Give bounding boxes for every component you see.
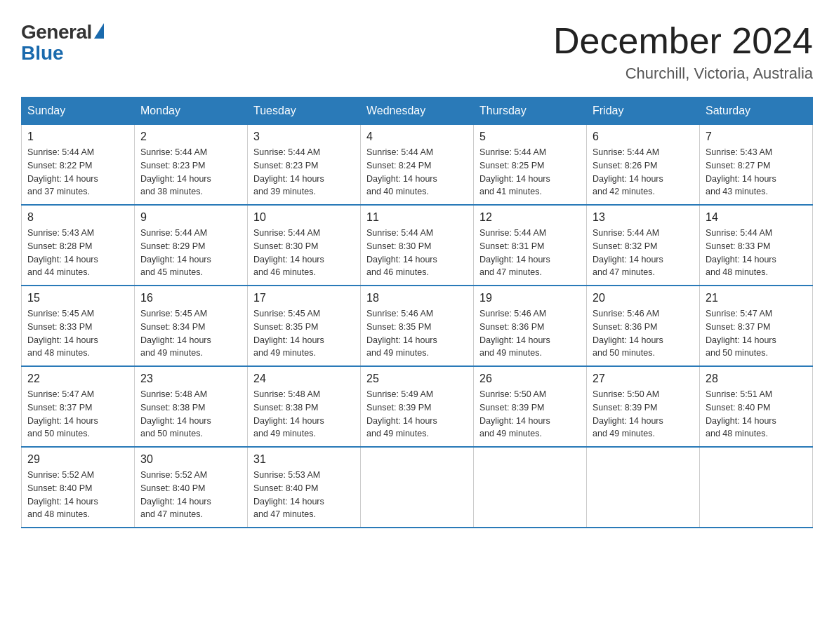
logo-general-text: General — [21, 21, 92, 43]
day-number: 20 — [593, 292, 694, 304]
calendar-cell — [587, 447, 700, 528]
day-number: 23 — [140, 373, 241, 385]
day-number: 7 — [706, 130, 807, 143]
day-number: 6 — [593, 130, 694, 143]
day-info: Sunrise: 5:45 AMSunset: 8:35 PMDaylight:… — [253, 309, 324, 358]
day-number: 12 — [479, 211, 581, 224]
day-info: Sunrise: 5:44 AMSunset: 8:30 PMDaylight:… — [366, 228, 437, 277]
day-info: Sunrise: 5:46 AMSunset: 8:36 PMDaylight:… — [593, 309, 663, 358]
day-info: Sunrise: 5:51 AMSunset: 8:40 PMDaylight:… — [706, 389, 776, 438]
calendar-cell: 4 Sunrise: 5:44 AMSunset: 8:24 PMDayligh… — [361, 125, 474, 206]
day-number: 11 — [366, 211, 468, 224]
day-info: Sunrise: 5:53 AMSunset: 8:40 PMDaylight:… — [253, 470, 324, 519]
calendar-cell: 23 Sunrise: 5:48 AMSunset: 8:38 PMDaylig… — [135, 366, 248, 447]
calendar-cell: 24 Sunrise: 5:48 AMSunset: 8:38 PMDaylig… — [248, 366, 361, 447]
day-number: 5 — [479, 130, 581, 143]
header-cell-wednesday: Wednesday — [361, 98, 474, 125]
calendar-cell: 10 Sunrise: 5:44 AMSunset: 8:30 PMDaylig… — [248, 205, 361, 286]
day-info: Sunrise: 5:44 AMSunset: 8:29 PMDaylight:… — [140, 228, 211, 277]
day-number: 24 — [253, 373, 355, 385]
day-number: 17 — [253, 292, 355, 304]
calendar-cell: 8 Sunrise: 5:43 AMSunset: 8:28 PMDayligh… — [22, 205, 135, 286]
calendar-row-5: 29 Sunrise: 5:52 AMSunset: 8:40 PMDaylig… — [22, 447, 813, 528]
title-section: December 2024 Churchill, Victoria, Austr… — [553, 21, 813, 83]
day-info: Sunrise: 5:44 AMSunset: 8:33 PMDaylight:… — [706, 228, 776, 277]
calendar-cell — [700, 447, 813, 528]
calendar-cell: 12 Sunrise: 5:44 AMSunset: 8:31 PMDaylig… — [474, 205, 587, 286]
calendar-cell: 14 Sunrise: 5:44 AMSunset: 8:33 PMDaylig… — [700, 205, 813, 286]
day-info: Sunrise: 5:44 AMSunset: 8:30 PMDaylight:… — [253, 228, 324, 277]
day-info: Sunrise: 5:49 AMSunset: 8:39 PMDaylight:… — [366, 389, 437, 438]
logo-triangle-icon — [94, 23, 104, 39]
calendar-cell: 27 Sunrise: 5:50 AMSunset: 8:39 PMDaylig… — [587, 366, 700, 447]
calendar-cell: 3 Sunrise: 5:44 AMSunset: 8:23 PMDayligh… — [248, 125, 361, 206]
calendar-cell: 17 Sunrise: 5:45 AMSunset: 8:35 PMDaylig… — [248, 286, 361, 366]
calendar-cell: 26 Sunrise: 5:50 AMSunset: 8:39 PMDaylig… — [474, 366, 587, 447]
day-number: 2 — [140, 130, 241, 143]
calendar-cell: 9 Sunrise: 5:44 AMSunset: 8:29 PMDayligh… — [135, 205, 248, 286]
calendar-cell: 20 Sunrise: 5:46 AMSunset: 8:36 PMDaylig… — [587, 286, 700, 366]
day-info: Sunrise: 5:44 AMSunset: 8:26 PMDaylight:… — [593, 147, 663, 196]
calendar-cell: 31 Sunrise: 5:53 AMSunset: 8:40 PMDaylig… — [248, 447, 361, 528]
day-number: 14 — [706, 211, 807, 224]
header-cell-saturday: Saturday — [700, 98, 813, 125]
calendar-cell: 16 Sunrise: 5:45 AMSunset: 8:34 PMDaylig… — [135, 286, 248, 366]
day-number: 28 — [706, 373, 807, 385]
day-info: Sunrise: 5:44 AMSunset: 8:22 PMDaylight:… — [27, 147, 98, 196]
day-number: 29 — [27, 453, 128, 466]
day-info: Sunrise: 5:43 AMSunset: 8:28 PMDaylight:… — [27, 228, 98, 277]
day-info: Sunrise: 5:48 AMSunset: 8:38 PMDaylight:… — [253, 389, 324, 438]
calendar-cell: 11 Sunrise: 5:44 AMSunset: 8:30 PMDaylig… — [361, 205, 474, 286]
calendar-row-2: 8 Sunrise: 5:43 AMSunset: 8:28 PMDayligh… — [22, 205, 813, 286]
header-row: SundayMondayTuesdayWednesdayThursdayFrid… — [22, 98, 813, 125]
calendar-cell: 28 Sunrise: 5:51 AMSunset: 8:40 PMDaylig… — [700, 366, 813, 447]
day-number: 26 — [479, 373, 581, 385]
day-number: 30 — [140, 453, 241, 466]
day-number: 1 — [27, 130, 128, 143]
day-info: Sunrise: 5:44 AMSunset: 8:23 PMDaylight:… — [140, 147, 211, 196]
day-number: 9 — [140, 211, 241, 224]
calendar-cell: 6 Sunrise: 5:44 AMSunset: 8:26 PMDayligh… — [587, 125, 700, 206]
day-info: Sunrise: 5:46 AMSunset: 8:36 PMDaylight:… — [479, 309, 550, 358]
day-number: 16 — [140, 292, 241, 304]
day-number: 15 — [27, 292, 128, 304]
header-cell-monday: Monday — [135, 98, 248, 125]
calendar-cell — [474, 447, 587, 528]
calendar-cell: 5 Sunrise: 5:44 AMSunset: 8:25 PMDayligh… — [474, 125, 587, 206]
day-number: 31 — [253, 453, 355, 466]
page-header: General Blue December 2024 Churchill, Vi… — [21, 21, 813, 83]
day-number: 18 — [366, 292, 468, 304]
day-info: Sunrise: 5:52 AMSunset: 8:40 PMDaylight:… — [27, 470, 98, 519]
calendar-cell: 15 Sunrise: 5:45 AMSunset: 8:33 PMDaylig… — [22, 286, 135, 366]
day-info: Sunrise: 5:50 AMSunset: 8:39 PMDaylight:… — [479, 389, 550, 438]
calendar-row-3: 15 Sunrise: 5:45 AMSunset: 8:33 PMDaylig… — [22, 286, 813, 366]
calendar-cell: 19 Sunrise: 5:46 AMSunset: 8:36 PMDaylig… — [474, 286, 587, 366]
calendar-cell: 1 Sunrise: 5:44 AMSunset: 8:22 PMDayligh… — [22, 125, 135, 206]
day-number: 4 — [366, 130, 468, 143]
day-number: 3 — [253, 130, 355, 143]
day-number: 22 — [27, 373, 128, 385]
day-number: 27 — [593, 373, 694, 385]
calendar-cell: 7 Sunrise: 5:43 AMSunset: 8:27 PMDayligh… — [700, 125, 813, 206]
logo: General Blue — [21, 21, 104, 65]
month-title: December 2024 — [553, 21, 813, 61]
day-info: Sunrise: 5:44 AMSunset: 8:32 PMDaylight:… — [593, 228, 663, 277]
calendar-cell — [361, 447, 474, 528]
calendar-cell: 2 Sunrise: 5:44 AMSunset: 8:23 PMDayligh… — [135, 125, 248, 206]
day-info: Sunrise: 5:45 AMSunset: 8:34 PMDaylight:… — [140, 309, 211, 358]
day-info: Sunrise: 5:44 AMSunset: 8:24 PMDaylight:… — [366, 147, 437, 196]
calendar-cell: 22 Sunrise: 5:47 AMSunset: 8:37 PMDaylig… — [22, 366, 135, 447]
calendar-cell: 25 Sunrise: 5:49 AMSunset: 8:39 PMDaylig… — [361, 366, 474, 447]
day-number: 21 — [706, 292, 807, 304]
day-info: Sunrise: 5:43 AMSunset: 8:27 PMDaylight:… — [706, 147, 776, 196]
day-info: Sunrise: 5:46 AMSunset: 8:35 PMDaylight:… — [366, 309, 437, 358]
day-info: Sunrise: 5:44 AMSunset: 8:25 PMDaylight:… — [479, 147, 550, 196]
day-info: Sunrise: 5:48 AMSunset: 8:38 PMDaylight:… — [140, 389, 211, 438]
day-info: Sunrise: 5:44 AMSunset: 8:23 PMDaylight:… — [253, 147, 324, 196]
calendar-table: SundayMondayTuesdayWednesdayThursdayFrid… — [21, 97, 813, 528]
header-cell-sunday: Sunday — [22, 98, 135, 125]
day-number: 13 — [593, 211, 694, 224]
calendar-body: 1 Sunrise: 5:44 AMSunset: 8:22 PMDayligh… — [22, 125, 813, 528]
day-info: Sunrise: 5:45 AMSunset: 8:33 PMDaylight:… — [27, 309, 98, 358]
logo-blue-text: Blue — [21, 42, 64, 65]
